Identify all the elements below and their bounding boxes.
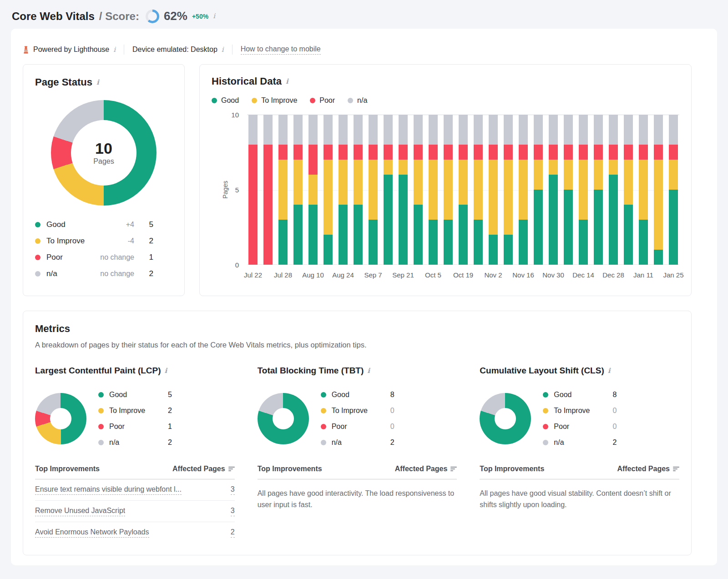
tbt-column: Total Blocking Time (TBT) i Good 8: [258, 366, 457, 544]
bar-segment-na: [414, 115, 423, 145]
stacked-bar[interactable]: [534, 115, 543, 265]
lcp-donut-hole: [50, 408, 71, 429]
plot-area: Jul 22Jul 28Aug 10Aug 24Sep 7Sep 21Oct 5…: [247, 115, 679, 281]
stacked-bar[interactable]: [339, 115, 348, 265]
to-improve-dot-icon: [543, 408, 548, 413]
stacked-bar[interactable]: [624, 115, 633, 265]
table-row: Ensure text remains visible during webfo…: [35, 479, 235, 501]
info-icon[interactable]: i: [608, 368, 611, 374]
sort-descending-icon[interactable]: [673, 467, 679, 471]
powered-by-label: Powered by Lighthouse: [33, 45, 109, 54]
bar-segment-good: [293, 205, 303, 265]
stacked-bar[interactable]: [504, 115, 513, 265]
improvement-link[interactable]: Ensure text remains visible during webfo…: [35, 485, 182, 495]
legend-label: n/a: [554, 438, 564, 447]
bar-segment-poor: [579, 145, 588, 160]
sort-descending-icon[interactable]: [228, 467, 235, 471]
info-icon[interactable]: i: [213, 13, 215, 20]
cls-title-text: Cumulative Layout Shift (CLS): [480, 366, 604, 376]
metrics-title: Metrics: [35, 323, 679, 335]
bar-segment-poor: [474, 145, 483, 160]
plot: [247, 115, 679, 265]
stacked-bar[interactable]: [564, 115, 573, 265]
bar-segment-poor: [444, 145, 453, 160]
stacked-bar[interactable]: [414, 115, 423, 265]
lcp-improvements-table: Top Improvements Affected Pages Ensure t…: [35, 465, 235, 544]
table-row: Remove Unused JavaScript 3: [35, 501, 235, 522]
improvement-link[interactable]: Avoid Enormous Network Payloads: [35, 528, 149, 538]
info-icon[interactable]: i: [113, 46, 116, 53]
stacked-bar[interactable]: [579, 115, 588, 265]
legend-value: 1: [134, 253, 153, 262]
stacked-bar[interactable]: [519, 115, 528, 265]
stacked-bar[interactable]: [549, 115, 558, 265]
x-tick-label: Nov 2: [484, 271, 502, 279]
bar-segment-to_improve: [324, 160, 333, 235]
stacked-bar[interactable]: [399, 115, 408, 265]
lcp-donut[interactable]: [35, 393, 86, 444]
change-to-mobile-link[interactable]: How to change to mobile: [241, 45, 321, 55]
bar-segment-to_improve: [278, 160, 288, 220]
legend-row-to-improve: To Improve 0: [321, 403, 394, 418]
stacked-bar[interactable]: [263, 115, 273, 265]
affected-pages-count[interactable]: 3: [231, 485, 235, 495]
stacked-bar[interactable]: [459, 115, 468, 265]
legend-row-poor: Poor 1: [98, 418, 172, 434]
page-status-legend: Good +4 5 To Improve -4 2 Poor no change…: [35, 216, 172, 282]
bar-segment-poor: [504, 145, 513, 160]
improvement-link[interactable]: Remove Unused JavaScript: [35, 507, 125, 516]
info-icon[interactable]: i: [165, 368, 167, 374]
affected-pages-count[interactable]: 3: [231, 507, 235, 516]
stacked-bar[interactable]: [278, 115, 288, 265]
stacked-bar[interactable]: [489, 115, 498, 265]
legend-value: 0: [612, 423, 617, 431]
historical-data-card: Historical Data i Good To Improve Poor: [199, 64, 692, 296]
bar-segment-to_improve: [519, 160, 528, 220]
info-icon[interactable]: i: [367, 368, 370, 374]
tbt-donut[interactable]: [258, 393, 309, 444]
stacked-bar[interactable]: [444, 115, 453, 265]
legend-label: To Improve: [46, 237, 85, 246]
legend-item-to-improve[interactable]: To Improve: [252, 96, 297, 105]
stacked-bar[interactable]: [669, 115, 678, 265]
affected-pages-count[interactable]: 2: [231, 528, 235, 538]
stacked-bar[interactable]: [654, 115, 663, 265]
sort-descending-icon[interactable]: [450, 467, 457, 471]
legend-item-good[interactable]: Good: [212, 96, 239, 105]
stacked-bar[interactable]: [308, 115, 318, 265]
legend-value: 5: [168, 391, 172, 399]
tbt-legend: Good 8 To Improve 0 Poor 0: [321, 387, 394, 450]
page-status-title-text: Page Status: [35, 76, 92, 88]
legend-item-poor[interactable]: Poor: [310, 96, 335, 105]
lcp-title-text: Largest Contentful Paint (LCP): [35, 366, 161, 376]
lcp-legend: Good 5 To Improve 2 Poor 1: [98, 387, 172, 450]
x-tick-label: Jan 25: [663, 271, 683, 279]
divider: [124, 45, 124, 55]
cls-donut[interactable]: [480, 393, 531, 444]
stacked-bar[interactable]: [354, 115, 363, 265]
page-status-donut[interactable]: 10 Pages: [51, 100, 157, 206]
info-icon[interactable]: i: [96, 79, 99, 86]
bar-segment-good: [414, 205, 423, 265]
legend-row-na: n/a 2: [543, 434, 617, 450]
stacked-bar[interactable]: [384, 115, 393, 265]
stacked-bar[interactable]: [474, 115, 483, 265]
legend-item-na[interactable]: n/a: [348, 96, 367, 105]
stacked-bar[interactable]: [369, 115, 378, 265]
stacked-bar[interactable]: [293, 115, 303, 265]
stacked-bar[interactable]: [594, 115, 603, 265]
info-icon[interactable]: i: [286, 78, 288, 85]
bar-segment-poor: [399, 145, 408, 160]
stacked-bar[interactable]: [639, 115, 648, 265]
stacked-bar[interactable]: [324, 115, 333, 265]
stacked-bar[interactable]: [248, 115, 258, 265]
legend-value: 1: [168, 423, 172, 431]
info-icon[interactable]: i: [222, 46, 224, 53]
bar-segment-na: [459, 115, 468, 145]
page-status-donut-center: 10 Pages: [71, 120, 136, 186]
stacked-bar[interactable]: [429, 115, 438, 265]
stacked-bar[interactable]: [609, 115, 618, 265]
tbt-title-text: Total Blocking Time (TBT): [258, 366, 364, 376]
metrics-card: Metrics A breakdown of pages by their st…: [23, 311, 692, 555]
legend-label: Poor: [109, 423, 125, 431]
